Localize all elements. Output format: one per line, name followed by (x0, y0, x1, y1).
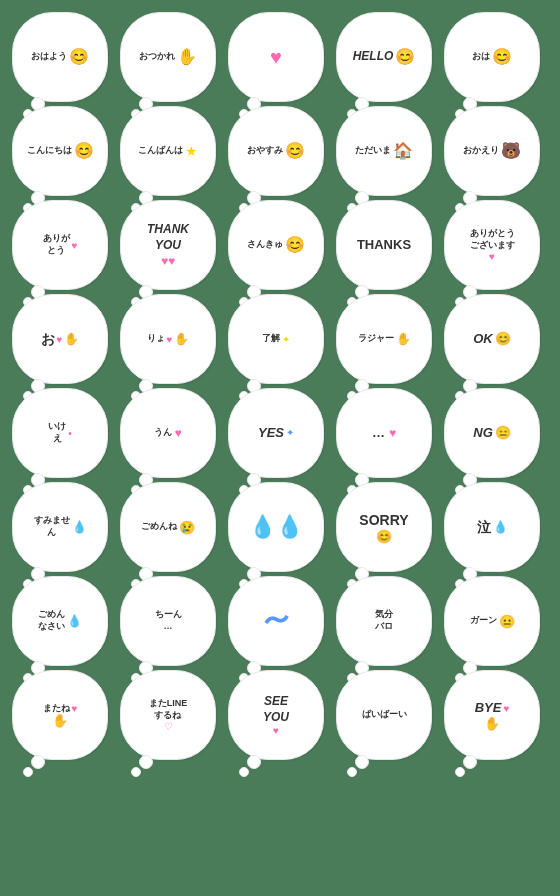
sticker-1[interactable]: おはよう 😊 (12, 12, 108, 102)
sticker-23[interactable]: YES ✦ (228, 388, 324, 478)
sticker-15[interactable]: ありがとうございます ♥ (444, 200, 540, 290)
sticker-17[interactable]: りょ ♥ ✋ (120, 294, 216, 384)
sticker-18[interactable]: 了解 ✦ (228, 294, 324, 384)
sticker-33[interactable]: 〜 (228, 576, 324, 666)
sticker-grid: おはよう 😊 おつかれ ✋ ♥ HELLO 😊 おは 😊 (8, 8, 552, 764)
sticker-8[interactable]: おやすみ 😊 (228, 106, 324, 196)
sticker-3[interactable]: ♥ (228, 12, 324, 102)
sticker-11[interactable]: ありがとう ♥ (12, 200, 108, 290)
sticker-29[interactable]: SORRY 😊 (336, 482, 432, 572)
sticker-14[interactable]: THANKS (336, 200, 432, 290)
sticker-32[interactable]: ちーん… (120, 576, 216, 666)
sticker-7[interactable]: こんばんは ★ (120, 106, 216, 196)
sticker-34[interactable]: 気分バロ (336, 576, 432, 666)
sticker-20[interactable]: OK 😊 (444, 294, 540, 384)
sticker-40[interactable]: BYE ♥ ✋ (444, 670, 540, 760)
sticker-37[interactable]: またLINEするね ♡ (120, 670, 216, 760)
sticker-26[interactable]: すみません 💧 (12, 482, 108, 572)
sticker-36[interactable]: またね ♥ ✋ (12, 670, 108, 760)
sticker-9[interactable]: ただいま 🏠 (336, 106, 432, 196)
sticker-2[interactable]: おつかれ ✋ (120, 12, 216, 102)
sticker-13[interactable]: さんきゅ 😊 (228, 200, 324, 290)
sticker-10[interactable]: おかえり 🐻 (444, 106, 540, 196)
sticker-35[interactable]: ガーン 😐 (444, 576, 540, 666)
sticker-31[interactable]: ごめんなさい 💧 (12, 576, 108, 666)
sticker-19[interactable]: ラジャー ✋ (336, 294, 432, 384)
sticker-6[interactable]: こんにちは 😊 (12, 106, 108, 196)
sticker-25[interactable]: NG 😑 (444, 388, 540, 478)
sticker-12[interactable]: THANKYOU ♥♥ (120, 200, 216, 290)
sticker-28[interactable]: 💧💧 (228, 482, 324, 572)
sticker-24[interactable]: … ♥ (336, 388, 432, 478)
sticker-5[interactable]: おは 😊 (444, 12, 540, 102)
sticker-38[interactable]: SEEYOU ♥ (228, 670, 324, 760)
sticker-30[interactable]: 泣 💧 (444, 482, 540, 572)
sticker-22[interactable]: うん ♥ (120, 388, 216, 478)
sticker-4[interactable]: HELLO 😊 (336, 12, 432, 102)
sticker-27[interactable]: ごめんね 😢 (120, 482, 216, 572)
sticker-16[interactable]: お ♥ ✋ (12, 294, 108, 384)
sticker-21[interactable]: いけえ • (12, 388, 108, 478)
sticker-39[interactable]: ばいばーい (336, 670, 432, 760)
